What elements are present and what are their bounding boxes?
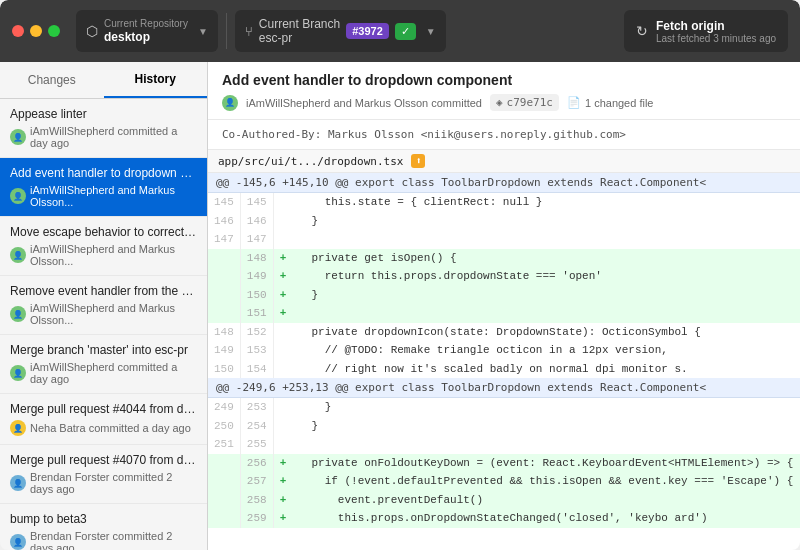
commit-item[interactable]: Remove event handler from the bra...👤iAm… [0, 276, 207, 335]
commit-header: Add event handler to dropdown component … [208, 62, 800, 120]
line-content: // @TODO: Remake triangle octicon in a 1… [292, 341, 799, 360]
commit-item-meta: 👤iAmWillShepherd and Markus Olsson... [10, 243, 197, 267]
current-repository-section[interactable]: ⬡ Current Repository desktop ▼ [76, 10, 218, 52]
file-path: app/src/ui/t.../dropdown.tsx [218, 155, 403, 168]
commit-item-title: Move escape behavior to correct co... [10, 225, 197, 239]
line-num-old [208, 509, 240, 528]
line-num-new: 153 [240, 341, 273, 360]
right-panel: Add event handler to dropdown component … [208, 62, 800, 550]
commit-item-author: Brendan Forster committed 2 days ago [30, 471, 197, 495]
fetch-subtitle: Last fetched 3 minutes ago [656, 33, 776, 44]
commit-item-title: Merge branch 'master' into esc-pr [10, 343, 197, 357]
line-content [292, 304, 799, 323]
line-sign [273, 417, 292, 436]
main-content: Changes History Appease linter👤iAmWillSh… [0, 62, 800, 550]
commit-item-title: Remove event handler from the bra... [10, 284, 197, 298]
repo-icon: ⬡ [86, 23, 98, 39]
commit-title: Add event handler to dropdown component [222, 72, 786, 88]
line-num-old: 149 [208, 341, 240, 360]
commit-item[interactable]: bump to beta3👤Brendan Forster committed … [0, 504, 207, 550]
hash-icon: ◈ [496, 96, 503, 109]
line-sign [273, 212, 292, 231]
line-content: } [292, 417, 799, 436]
line-content [292, 230, 799, 249]
line-content: private onFoldoutKeyDown = (event: React… [292, 454, 799, 473]
sidebar: Changes History Appease linter👤iAmWillSh… [0, 62, 208, 550]
fetch-origin-section[interactable]: ↻ Fetch origin Last fetched 3 minutes ag… [624, 10, 788, 52]
line-num-old [208, 267, 240, 286]
diff-line: 147147 [208, 230, 800, 249]
line-num-new: 146 [240, 212, 273, 231]
commit-item[interactable]: Merge pull request #4044 from des...👤Neh… [0, 394, 207, 445]
avatar: 👤 [10, 365, 26, 381]
commit-message: Co-Authored-By: Markus Olsson <niik@user… [208, 120, 800, 150]
commit-item-title: Add event handler to dropdown component [10, 166, 197, 180]
file-icon: 📄 [567, 96, 581, 109]
avatar: 👤 [10, 188, 26, 204]
commit-item-title: Merge pull request #4070 from desk... [10, 453, 197, 467]
line-num-old: 147 [208, 230, 240, 249]
diff-container[interactable]: app/src/ui/t.../dropdown.tsx ⬆ @@ -145,6… [208, 150, 800, 550]
diff-line: 249253 } [208, 398, 800, 417]
commit-item[interactable]: Appease linter👤iAmWillShepherd committed… [0, 99, 207, 158]
hunk1-header: @@ -145,6 +145,10 @@ export class Toolba… [208, 173, 800, 193]
commit-item[interactable]: Merge branch 'master' into esc-pr👤iAmWil… [0, 335, 207, 394]
line-content: event.preventDefault() [292, 491, 799, 510]
diff-line: 150+ } [208, 286, 800, 305]
line-num-new: 149 [240, 267, 273, 286]
line-sign: + [273, 509, 292, 528]
commit-item[interactable]: Move escape behavior to correct co...👤iA… [0, 217, 207, 276]
line-sign [273, 323, 292, 342]
current-branch-section[interactable]: ⑂ Current Branch esc-pr #3972 ✓ ▼ [235, 10, 446, 52]
expand-icon[interactable]: ⬆ [411, 154, 425, 168]
maximize-button[interactable] [48, 25, 60, 37]
commit-item[interactable]: Merge pull request #4070 from desk...👤Br… [0, 445, 207, 504]
commit-list: Appease linter👤iAmWillShepherd committed… [0, 99, 207, 550]
avatar: 👤 [10, 306, 26, 322]
line-num-old [208, 491, 240, 510]
chevron-down-icon: ▼ [198, 26, 208, 37]
commit-item-title: bump to beta3 [10, 512, 197, 526]
line-sign [273, 398, 292, 417]
diff-line: 251255 [208, 435, 800, 454]
line-num-old [208, 454, 240, 473]
line-sign [273, 435, 292, 454]
diff-line: 256+ private onFoldoutKeyDown = (event: … [208, 454, 800, 473]
line-sign [273, 230, 292, 249]
repo-label: Current Repository [104, 18, 188, 30]
commit-item-title: Merge pull request #4044 from des... [10, 402, 197, 416]
commit-item-title: Appease linter [10, 107, 197, 121]
line-content: return this.props.dropdownState === 'ope… [292, 267, 799, 286]
close-button[interactable] [12, 25, 24, 37]
diff-line: 150154 // right now it's scaled badly on… [208, 360, 800, 379]
avatar: 👤 [10, 129, 26, 145]
diff-line: 250254 } [208, 417, 800, 436]
diff-line: 145145 this.state = { clientRect: null } [208, 193, 800, 212]
commit-item-author: iAmWillShepherd committed a day ago [30, 125, 197, 149]
diff-line: 151+ [208, 304, 800, 323]
changed-files-badge: 📄 1 changed file [567, 96, 654, 109]
line-content: this.props.onDropdownStateChanged('close… [292, 509, 799, 528]
line-num-old: 249 [208, 398, 240, 417]
avatar: 👤 [10, 534, 26, 550]
commit-item[interactable]: Add event handler to dropdown component👤… [0, 158, 207, 217]
tab-changes[interactable]: Changes [0, 62, 104, 98]
commit-item-author: iAmWillShepherd and Markus Olsson... [30, 302, 197, 326]
commit-item-meta: 👤iAmWillShepherd and Markus Olsson... [10, 184, 197, 208]
minimize-button[interactable] [30, 25, 42, 37]
sidebar-tabs: Changes History [0, 62, 207, 99]
chevron-down-icon-branch: ▼ [426, 26, 436, 37]
commit-meta: 👤 iAmWillShepherd and Markus Olsson comm… [222, 94, 786, 111]
line-num-old: 145 [208, 193, 240, 212]
fetch-title: Fetch origin [656, 19, 776, 33]
tab-history[interactable]: History [104, 62, 208, 98]
diff-line: 149153 // @TODO: Remake triangle octicon… [208, 341, 800, 360]
line-sign [273, 341, 292, 360]
diff-table-hunk2: 249253 }250254 }251255256+ private onFol… [208, 398, 800, 528]
line-num-new: 145 [240, 193, 273, 212]
branch-icon: ⑂ [245, 24, 253, 39]
line-num-new: 151 [240, 304, 273, 323]
commit-item-author: Brendan Forster committed 2 days ago [30, 530, 197, 550]
commit-hash[interactable]: ◈ c79e71c [490, 94, 559, 111]
line-content: // right now it's scaled badly on normal… [292, 360, 799, 379]
